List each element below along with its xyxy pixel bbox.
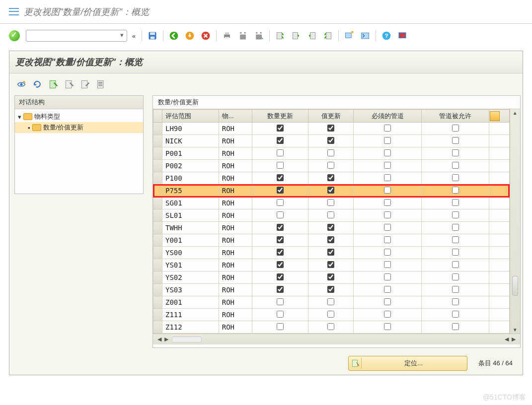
row-handle[interactable]	[153, 247, 162, 259]
checkbox[interactable]	[452, 323, 459, 330]
select-all-button[interactable]	[47, 78, 59, 90]
checkbox[interactable]	[384, 298, 391, 305]
configure-columns-button[interactable]	[489, 110, 509, 123]
cell-material-type[interactable]: ROH	[219, 259, 252, 271]
cell-pipe-required[interactable]	[354, 271, 421, 284]
cell-valuation-area[interactable]: Z001	[162, 296, 219, 309]
cell-value-update[interactable]	[308, 234, 354, 247]
checkbox[interactable]	[277, 236, 284, 243]
cell-material-type[interactable]: ROH	[219, 222, 252, 234]
cell-pipe-required[interactable]	[354, 147, 421, 160]
horizontal-scrollbar[interactable]: ◀ ▶ ◀ ▶	[153, 334, 520, 344]
cell-pipe-allowed[interactable]	[421, 321, 489, 334]
cell-value-update[interactable]	[308, 185, 354, 197]
deselect-all-button[interactable]	[79, 78, 91, 90]
scroll-right-end-icon[interactable]: ▶	[510, 336, 517, 342]
checkbox[interactable]	[452, 125, 459, 132]
row-handle[interactable]	[153, 209, 162, 222]
cell-value-update[interactable]	[308, 321, 354, 334]
table-row[interactable]: LH90ROH	[153, 123, 510, 135]
cell-qty-update[interactable]	[252, 259, 308, 271]
checkbox[interactable]	[327, 298, 334, 305]
checkbox[interactable]	[277, 125, 284, 132]
checkbox[interactable]	[452, 199, 459, 206]
checkbox[interactable]	[384, 137, 391, 144]
cell-valuation-area[interactable]: YS02	[162, 271, 219, 284]
cell-value-update[interactable]	[308, 222, 354, 234]
vertical-scrollbar[interactable]: ▲ ▼	[510, 109, 520, 334]
cell-value-update[interactable]	[308, 197, 354, 209]
cell-material-type[interactable]: ROH	[219, 271, 252, 284]
cell-qty-update[interactable]	[252, 185, 308, 197]
scroll-down-icon[interactable]: ▼	[513, 327, 518, 333]
cell-qty-update[interactable]	[252, 271, 308, 284]
cell-valuation-area[interactable]: YS00	[162, 247, 219, 259]
cell-pipe-allowed[interactable]	[421, 234, 489, 247]
cell-pipe-required[interactable]	[354, 222, 421, 234]
cell-valuation-area[interactable]: YS01	[162, 259, 219, 271]
cell-valuation-area[interactable]: SG01	[162, 197, 219, 209]
checkbox[interactable]	[452, 211, 459, 218]
table-row[interactable]: SG01ROH	[153, 197, 510, 209]
row-handle[interactable]	[153, 259, 162, 271]
checkbox[interactable]	[384, 311, 391, 318]
cell-valuation-area[interactable]: P100	[162, 172, 219, 185]
cell-pipe-required[interactable]	[354, 123, 421, 135]
checkbox[interactable]	[384, 286, 391, 293]
cell-qty-update[interactable]	[252, 284, 308, 296]
checkbox[interactable]	[277, 311, 284, 318]
table-row[interactable]: Z111ROH	[153, 309, 510, 321]
cell-pipe-required[interactable]	[354, 284, 421, 296]
cell-qty-update[interactable]	[252, 197, 308, 209]
checkbox[interactable]	[452, 187, 459, 194]
cell-valuation-area[interactable]: TWHH	[162, 222, 219, 234]
cell-value-update[interactable]	[308, 247, 354, 259]
checkbox[interactable]	[277, 298, 284, 305]
checkbox[interactable]	[384, 211, 391, 218]
cell-pipe-allowed[interactable]	[421, 197, 489, 209]
checkbox[interactable]	[384, 224, 391, 231]
cell-valuation-area[interactable]: P001	[162, 147, 219, 160]
cell-valuation-area[interactable]: LH90	[162, 123, 219, 135]
row-handle[interactable]	[153, 234, 162, 247]
row-handle[interactable]	[153, 284, 162, 296]
row-handle[interactable]	[153, 172, 162, 185]
cell-valuation-area[interactable]: SL01	[162, 209, 219, 222]
select-block-button[interactable]	[63, 78, 75, 90]
table-row[interactable]: SL01ROH	[153, 209, 510, 222]
scroll-left-end-icon[interactable]: ◀	[503, 336, 510, 342]
cell-pipe-allowed[interactable]	[421, 160, 489, 172]
checkbox[interactable]	[327, 249, 334, 256]
print-button[interactable]	[221, 29, 233, 42]
cell-pipe-allowed[interactable]	[421, 135, 489, 147]
checkbox[interactable]	[277, 174, 284, 181]
checkbox[interactable]	[277, 261, 284, 268]
cell-value-update[interactable]	[308, 284, 354, 296]
row-handle[interactable]	[153, 160, 162, 172]
cell-pipe-allowed[interactable]	[421, 259, 489, 271]
checkbox[interactable]	[277, 149, 284, 156]
cell-qty-update[interactable]	[252, 234, 308, 247]
cell-qty-update[interactable]	[252, 247, 308, 259]
checkbox[interactable]	[327, 311, 334, 318]
cell-material-type[interactable]: ROH	[219, 172, 252, 185]
checkbox[interactable]	[327, 199, 334, 206]
checkbox[interactable]	[384, 174, 391, 181]
next-page-button[interactable]	[305, 29, 318, 42]
cell-pipe-allowed[interactable]	[421, 296, 489, 309]
row-selector-header[interactable]	[153, 110, 162, 123]
collapse-icon[interactable]: «	[130, 32, 138, 40]
checkbox[interactable]	[452, 236, 459, 243]
cell-qty-update[interactable]	[252, 309, 308, 321]
cell-qty-update[interactable]	[252, 321, 308, 334]
checkbox[interactable]	[277, 162, 284, 169]
checkbox[interactable]	[277, 286, 284, 293]
cell-pipe-required[interactable]	[354, 234, 421, 247]
checkbox[interactable]	[452, 273, 459, 280]
cell-pipe-allowed[interactable]	[421, 222, 489, 234]
cell-pipe-required[interactable]	[354, 321, 421, 334]
row-handle[interactable]	[153, 185, 162, 197]
table-row[interactable]: Y001ROH	[153, 234, 510, 247]
last-page-button[interactable]	[321, 29, 334, 42]
layout-button[interactable]	[396, 29, 409, 42]
